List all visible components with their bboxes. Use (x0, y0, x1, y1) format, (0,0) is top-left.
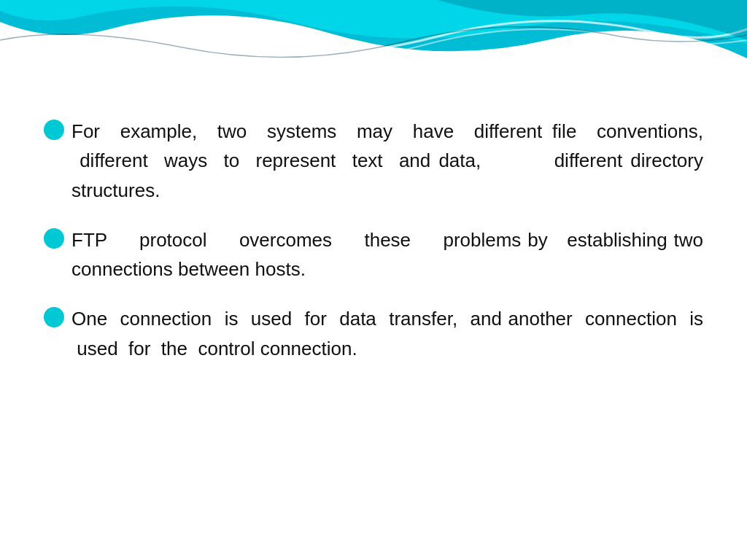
bullet-dot-1 (44, 120, 64, 140)
bullet-item-2: FTP protocol overcomes these problems by… (44, 225, 703, 284)
bullet-text-3: One connection is used for data transfer… (71, 304, 703, 363)
bullet-text-1: For example, two systems may have differ… (71, 117, 703, 205)
bullet-dot-3 (44, 307, 64, 327)
slide: For example, two systems may have differ… (0, 0, 747, 560)
bullet-text-2: FTP protocol overcomes these problems by… (71, 225, 703, 284)
bullet-item-3: One connection is used for data transfer… (44, 304, 703, 363)
wave-header (0, 0, 747, 95)
slide-content: For example, two systems may have differ… (44, 117, 703, 531)
bullet-item-1: For example, two systems may have differ… (44, 117, 703, 205)
bullet-dot-2 (44, 228, 64, 249)
